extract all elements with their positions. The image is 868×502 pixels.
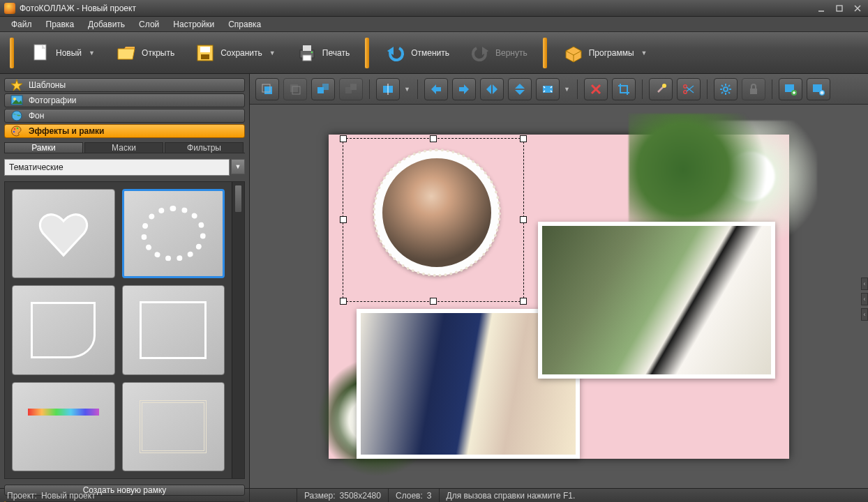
redo-button[interactable]: Вернуть xyxy=(462,39,534,67)
undo-button[interactable]: Отменить xyxy=(377,39,456,67)
chevron-down-icon: ▼ xyxy=(89,50,96,56)
menu-layer[interactable]: Слой xyxy=(133,18,165,31)
photo-icon xyxy=(10,94,23,107)
svg-rect-30 xyxy=(345,87,352,93)
frame-thumb-leaf[interactable] xyxy=(12,285,115,374)
svg-line-54 xyxy=(728,92,730,93)
status-help-hint: Для вызова справки нажмите F1. xyxy=(447,491,576,501)
svg-line-53 xyxy=(721,85,723,86)
subtab-frames[interactable]: Рамки xyxy=(4,142,83,153)
undo-icon xyxy=(384,42,407,64)
svg-point-21 xyxy=(17,128,19,130)
frame-category-select[interactable]: Тематические xyxy=(4,159,230,176)
delete-button[interactable] xyxy=(584,78,608,100)
svg-point-22 xyxy=(13,131,15,133)
svg-marker-37 xyxy=(515,84,525,89)
apply-effects-button[interactable] xyxy=(807,78,830,100)
menu-add[interactable]: Добавить xyxy=(82,18,130,31)
sidebar-photos[interactable]: Фотографии xyxy=(4,93,245,107)
flip-horizontal-button[interactable] xyxy=(480,78,504,100)
title-bar: ФотоКОЛЛАЖ - Новый проект xyxy=(0,0,868,17)
programs-button[interactable]: Программы▼ xyxy=(555,39,655,67)
status-size-label: Размер: xyxy=(304,491,336,501)
chevron-down-icon[interactable]: ▼ xyxy=(231,159,245,174)
send-backward-button[interactable] xyxy=(339,78,363,100)
frame-thumb-circle[interactable] xyxy=(122,189,225,278)
frame-thumb-ornate[interactable] xyxy=(122,382,225,471)
status-layers-value: 3 xyxy=(427,491,432,501)
frame-thumb-rainbow[interactable] xyxy=(12,382,115,471)
lock-button[interactable] xyxy=(742,78,765,100)
canvas-area[interactable]: ‹‹‹ xyxy=(250,105,868,488)
selection-box[interactable] xyxy=(343,138,524,302)
toolbar-separator xyxy=(10,38,14,68)
svg-point-48 xyxy=(724,87,728,91)
sidebar-background[interactable]: Фон xyxy=(4,109,245,123)
chevron-down-icon: ▼ xyxy=(641,50,648,56)
toolbar-separator xyxy=(365,38,369,68)
svg-marker-38 xyxy=(515,90,525,95)
subtab-filters[interactable]: Фильтры xyxy=(165,142,244,153)
send-back-button[interactable] xyxy=(283,78,307,100)
sidebar-templates[interactable]: Шаблоны xyxy=(4,78,245,92)
chevron-down-icon[interactable]: ▼ xyxy=(564,86,571,93)
bring-forward-button[interactable] xyxy=(311,78,335,100)
box-icon xyxy=(562,42,585,64)
maximize-button[interactable] xyxy=(833,3,846,13)
sidebar-effects-frames[interactable]: Эффекты и рамки xyxy=(4,124,245,138)
svg-marker-33 xyxy=(431,84,441,94)
palette-icon xyxy=(10,125,23,137)
save-button[interactable]: Сохранить▼ xyxy=(187,39,283,67)
svg-point-44 xyxy=(684,84,687,87)
frame-thumb-heart[interactable] xyxy=(12,189,115,278)
magic-wand-button[interactable] xyxy=(649,78,673,100)
rotate-left-button[interactable] xyxy=(424,78,448,100)
svg-rect-28 xyxy=(322,84,329,90)
minimize-button[interactable] xyxy=(815,3,828,13)
photo-couple-forest[interactable] xyxy=(538,222,775,379)
svg-point-43 xyxy=(662,84,666,88)
subtab-masks[interactable]: Маски xyxy=(84,142,163,153)
svg-rect-10 xyxy=(303,45,311,51)
rotate-right-button[interactable] xyxy=(452,78,476,100)
status-bar: Проект: Новый проект Размер: 3508x2480 С… xyxy=(0,488,868,502)
open-button[interactable]: Открыть xyxy=(108,39,181,67)
svg-rect-7 xyxy=(200,47,210,52)
right-panel-toggle[interactable]: ‹‹‹ xyxy=(861,277,868,321)
menu-settings[interactable]: Настройки xyxy=(167,18,220,31)
new-button[interactable]: Новый▼ xyxy=(22,39,103,67)
redo-icon xyxy=(469,42,491,64)
svg-rect-4 xyxy=(34,45,46,60)
settings-button[interactable] xyxy=(714,78,738,100)
scissors-button[interactable] xyxy=(677,78,701,100)
menu-file[interactable]: Файл xyxy=(6,18,38,31)
workspace: ▼ ▼ xyxy=(250,74,868,488)
svg-rect-57 xyxy=(750,89,757,94)
chevron-down-icon[interactable]: ▼ xyxy=(404,86,411,93)
collage-canvas[interactable] xyxy=(329,135,789,459)
menu-edit[interactable]: Правка xyxy=(40,18,80,31)
svg-rect-25 xyxy=(290,84,298,92)
align-button[interactable] xyxy=(376,78,400,100)
svg-point-45 xyxy=(684,90,687,93)
print-button[interactable]: Печать xyxy=(289,39,357,67)
svg-marker-15 xyxy=(11,79,22,91)
status-project-label: Проект: xyxy=(7,491,37,501)
crop-button[interactable] xyxy=(612,78,636,100)
flip-vertical-button[interactable] xyxy=(508,78,532,100)
fit-screen-button[interactable] xyxy=(536,78,560,100)
svg-marker-35 xyxy=(486,84,491,94)
main-toolbar: Новый▼ Открыть Сохранить▼ Печать Отменит… xyxy=(0,32,868,74)
frame-scrollbar[interactable] xyxy=(232,182,244,478)
svg-rect-8 xyxy=(201,54,209,59)
close-button[interactable] xyxy=(851,3,864,13)
svg-rect-23 xyxy=(264,86,272,94)
add-image-button[interactable] xyxy=(779,78,802,100)
svg-rect-11 xyxy=(303,55,311,61)
svg-point-19 xyxy=(12,111,22,121)
svg-line-56 xyxy=(721,92,723,93)
svg-point-17 xyxy=(13,98,16,100)
menu-help[interactable]: Справка xyxy=(223,18,267,31)
frame-thumb-square[interactable] xyxy=(122,285,225,374)
bring-front-button[interactable] xyxy=(255,78,279,100)
